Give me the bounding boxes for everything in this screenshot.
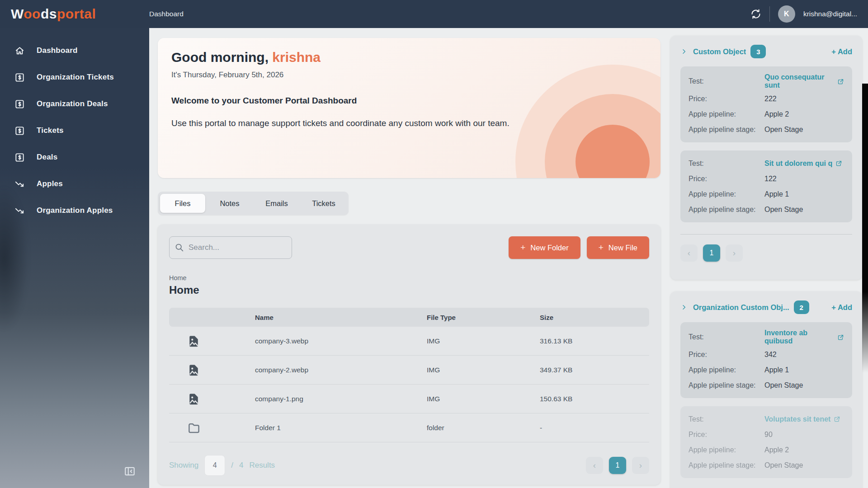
field-label: Price: xyxy=(689,175,764,183)
table-row[interactable]: company-2.webp IMG 349.37 KB xyxy=(169,356,649,385)
chevron-right-icon xyxy=(680,48,688,55)
home-icon xyxy=(14,46,25,56)
sidebar-item-organization-deals[interactable]: Organization Deals xyxy=(0,93,149,115)
file-size: 349.37 KB xyxy=(540,366,649,374)
count-badge: 2 xyxy=(794,300,809,314)
topbar: Woodsportal Dashboard K krishna@digital.… xyxy=(0,0,868,28)
record-link[interactable]: Inventore ab quibusd xyxy=(764,329,844,345)
tab-notes[interactable]: Notes xyxy=(207,194,252,213)
field-value: Open Stage xyxy=(764,461,844,469)
search-input[interactable] xyxy=(169,236,292,259)
screen-edge-artifact xyxy=(862,84,868,373)
file-size: 150.63 KB xyxy=(540,395,649,403)
field-value: Apple 2 xyxy=(764,446,844,454)
next-page-button[interactable]: › xyxy=(726,244,743,262)
page-size-selector[interactable]: 4 xyxy=(204,455,225,476)
greeting-heading: Good morning, krishna xyxy=(171,50,647,65)
folder-icon xyxy=(187,421,201,435)
page-1-button[interactable]: 1 xyxy=(609,457,626,474)
dollar-square-icon xyxy=(14,126,25,136)
dollar-square-icon xyxy=(14,152,25,163)
table-header: Name File Type Size xyxy=(169,308,649,327)
table-row[interactable]: Folder 1 folder - xyxy=(169,413,649,442)
app-logo[interactable]: Woodsportal xyxy=(11,6,149,22)
sidebar-collapse-icon[interactable] xyxy=(124,465,136,477)
trending-down-icon xyxy=(14,179,25,189)
record-link[interactable]: Sit ut dolorem qui q xyxy=(764,160,844,168)
page-1-button[interactable]: 1 xyxy=(703,244,720,262)
file-type: IMG xyxy=(427,337,540,345)
divider xyxy=(680,234,852,235)
logo-part: W xyxy=(11,6,24,21)
field-label: Price: xyxy=(689,351,764,359)
field-label: Apple pipeline: xyxy=(689,110,764,118)
dollar-square-icon xyxy=(14,99,25,109)
field-label: Test: xyxy=(689,77,764,85)
refresh-icon[interactable] xyxy=(750,9,761,19)
field-value: Apple 1 xyxy=(764,190,844,198)
add-custom-object-button[interactable]: + Add xyxy=(831,47,852,56)
next-page-button[interactable]: › xyxy=(632,457,649,474)
search-box xyxy=(169,236,292,259)
field-label: Price: xyxy=(689,431,764,439)
header-size: Size xyxy=(540,314,649,321)
field-value: Open Stage xyxy=(764,206,844,214)
external-link-icon xyxy=(837,334,844,341)
dollar-square-icon xyxy=(14,72,25,83)
field-label: Apple pipeline stage: xyxy=(689,461,764,469)
field-label: Apple pipeline: xyxy=(689,366,764,374)
record-link-label: Voluptates sit tenet xyxy=(764,415,830,423)
trending-down-icon xyxy=(14,206,25,216)
record-link-label: Inventore ab quibusd xyxy=(764,329,834,345)
external-link-icon xyxy=(835,160,842,167)
welcome-card: Good morning, krishna It's Thursday, Feb… xyxy=(158,38,660,178)
sidebar-item-deals[interactable]: Deals xyxy=(0,146,149,168)
app-screen: Woodsportal Dashboard K krishna@digital.… xyxy=(0,0,868,488)
field-value: Apple 2 xyxy=(764,110,844,118)
tab-files[interactable]: Files xyxy=(160,194,205,213)
files-toolbar: +New Folder +New File xyxy=(169,236,649,259)
sidebar-item-organization-apples[interactable]: Organization Apples xyxy=(0,200,149,221)
folder-breadcrumb[interactable]: Home xyxy=(169,274,649,282)
field-value: Open Stage xyxy=(764,381,844,389)
add-organization-custom-object-button[interactable]: + Add xyxy=(831,303,852,312)
prev-page-button[interactable]: ‹ xyxy=(680,244,698,262)
field-value: Open Stage xyxy=(764,126,844,134)
file-type: IMG xyxy=(427,366,540,374)
field-label: Apple pipeline: xyxy=(689,190,764,198)
table-row[interactable]: company-1.png IMG 150.63 KB xyxy=(169,385,649,413)
field-value: 342 xyxy=(764,351,844,359)
results-label: Results xyxy=(249,461,275,470)
record-link[interactable]: Quo consequatur sunt xyxy=(764,73,844,89)
custom-object-pagination: ‹ 1 › xyxy=(680,244,852,262)
files-panel: +New Folder +New File Home Home Name Fil… xyxy=(158,225,660,485)
sidebar-nav: Dashboard Organization Tickets Organizat… xyxy=(0,28,149,221)
new-folder-button[interactable]: +New Folder xyxy=(509,236,580,259)
sidebar-item-tickets[interactable]: Tickets xyxy=(0,120,149,141)
tab-emails[interactable]: Emails xyxy=(254,194,299,213)
header-file-type: File Type xyxy=(427,314,540,321)
prev-page-button[interactable]: ‹ xyxy=(586,457,603,474)
plus-icon: + xyxy=(520,243,525,253)
avatar[interactable]: K xyxy=(778,5,795,23)
organization-custom-object-header[interactable]: Organization Custom Obj... 2 + Add xyxy=(680,300,852,314)
sidebar: Dashboard Organization Tickets Organizat… xyxy=(0,28,149,488)
file-name: company-1.png xyxy=(255,395,427,403)
record-link-label: Sit ut dolorem qui q xyxy=(764,160,832,168)
section-title: Organization Custom Obj... xyxy=(693,303,789,312)
logo-part: portal xyxy=(57,6,96,21)
field-value: 122 xyxy=(764,175,844,183)
field-label: Apple pipeline: xyxy=(689,446,764,454)
record-link-label: Quo consequatur sunt xyxy=(764,73,834,89)
field-label: Apple pipeline stage: xyxy=(689,126,764,134)
welcome-subtitle: Welcome to your Customer Portal Dashboar… xyxy=(171,96,647,106)
record-link[interactable]: Voluptates sit tenet xyxy=(764,415,844,423)
new-file-button[interactable]: +New File xyxy=(587,236,649,259)
sidebar-item-apples[interactable]: Apples xyxy=(0,173,149,195)
table-row[interactable]: company-3.webp IMG 316.13 KB xyxy=(169,327,649,356)
user-email[interactable]: krishna@digital... xyxy=(803,10,857,18)
custom-object-header[interactable]: Custom Object 3 + Add xyxy=(680,45,852,58)
tab-tickets[interactable]: Tickets xyxy=(301,194,346,213)
sidebar-item-dashboard[interactable]: Dashboard xyxy=(0,40,149,61)
sidebar-item-organization-tickets[interactable]: Organization Tickets xyxy=(0,66,149,88)
